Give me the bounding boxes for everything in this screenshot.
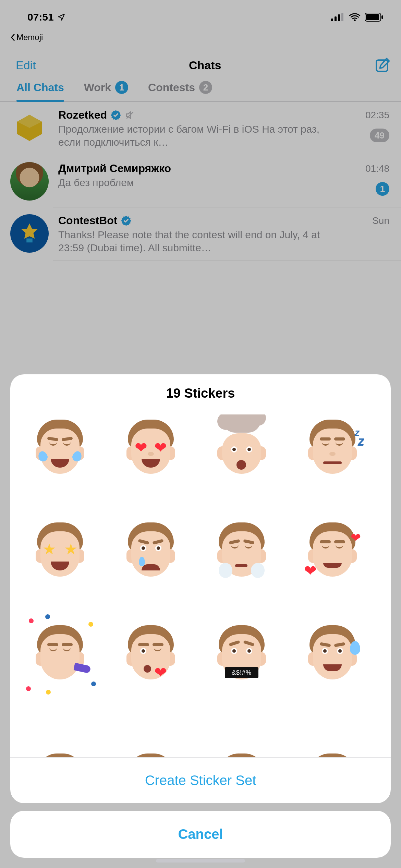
sticker-heart-eyes[interactable]: ❤❤ bbox=[117, 414, 185, 483]
sticker-star-struck[interactable]: ★★ bbox=[26, 517, 94, 586]
sticker-laugh-tears[interactable] bbox=[26, 414, 94, 483]
sticker-grid: ❤❤ zz ★★ bbox=[10, 414, 391, 757]
sticker-loved[interactable]: ❤❤ bbox=[298, 517, 367, 586]
sticker-crying[interactable] bbox=[117, 517, 185, 586]
sticker-partial[interactable] bbox=[298, 723, 367, 757]
sticker-swearing[interactable]: &$!#% bbox=[207, 620, 276, 689]
sticker-nervous-sweat[interactable] bbox=[298, 620, 367, 689]
sticker-blow-kiss[interactable]: ❤ bbox=[117, 620, 185, 689]
sticker-partial[interactable] bbox=[207, 723, 276, 757]
sticker-mind-blown[interactable] bbox=[207, 414, 276, 483]
cancel-button[interactable]: Cancel bbox=[10, 811, 391, 858]
sticker-party[interactable] bbox=[26, 620, 94, 689]
sticker-steam-nose[interactable] bbox=[207, 517, 276, 586]
swear-label: &$!#% bbox=[225, 667, 258, 678]
sheet-title: 19 Stickers bbox=[10, 374, 391, 414]
action-sheet: 19 Stickers ❤❤ bbox=[10, 374, 391, 858]
sticker-sleeping[interactable]: zz bbox=[298, 414, 367, 483]
create-sticker-set-button[interactable]: Create Sticker Set bbox=[10, 757, 391, 803]
sticker-partial[interactable] bbox=[26, 723, 94, 757]
sticker-partial[interactable] bbox=[117, 723, 185, 757]
home-indicator[interactable] bbox=[156, 859, 245, 863]
